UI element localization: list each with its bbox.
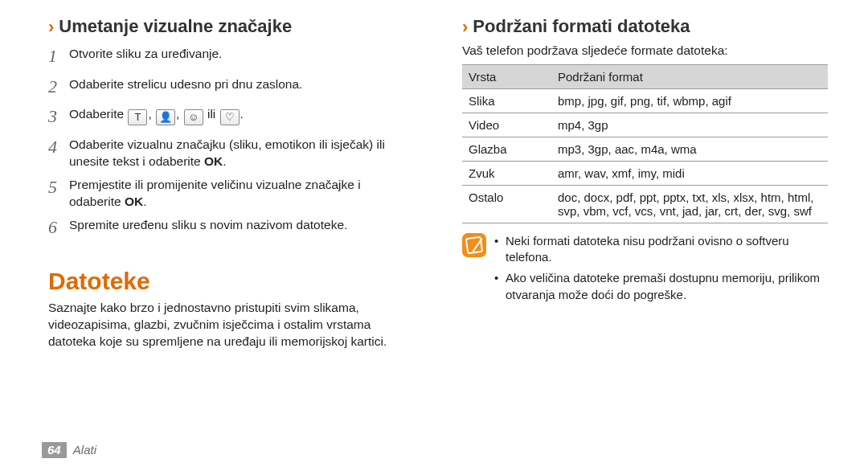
footer-section: Alati: [73, 443, 96, 457]
cell-type: Video: [462, 113, 551, 137]
supported-formats-heading: ›Podržani formati datoteka: [462, 16, 828, 38]
page-footer: 64 Alati: [42, 442, 96, 458]
note-item: Ako veličina datoteke premaši dostupnu m…: [494, 270, 828, 308]
page-number: 64: [42, 442, 67, 458]
table-row: Slikabmp, jpg, gif, png, tif, wbmp, agif: [462, 88, 828, 113]
cell-type: Glazba: [462, 137, 551, 161]
chevron-icon: ›: [48, 17, 54, 37]
cell-type: Ostalo: [462, 185, 551, 223]
note-list: Neki formati datoteka nisu podržani ovis…: [494, 233, 828, 308]
supported-formats-intro: Vaš telefon podržava sljedeće formate da…: [462, 43, 828, 59]
step-4: Odaberite vizualnu značajku (sliku, emot…: [48, 133, 414, 174]
cell-type: Zvuk: [462, 161, 551, 185]
steps-list: Otvorite sliku za uređivanje. Odaberite …: [48, 43, 414, 244]
cell-format: amr, wav, xmf, imy, midi: [551, 161, 828, 185]
files-heading: Datoteke: [48, 268, 414, 295]
files-intro-text: Saznajte kako brzo i jednostavno pristup…: [48, 300, 414, 350]
left-column: ›Umetanje vizualne značajke Otvorite sli…: [48, 16, 414, 418]
chevron-icon: ›: [462, 17, 468, 37]
step-2: Odaberite strelicu udesno pri dnu zaslon…: [48, 73, 414, 104]
cell-format: mp3, 3gp, aac, m4a, wma: [551, 137, 828, 161]
cell-format: doc, docx, pdf, ppt, pptx, txt, xls, xls…: [551, 185, 828, 223]
right-column: ›Podržani formati datoteka Vaš telefon p…: [462, 16, 828, 418]
note-block: Neki formati datoteka nisu podržani ovis…: [462, 233, 828, 308]
step-6: Spremite uređenu sliku s novim nazivom d…: [48, 214, 414, 244]
cell-format: bmp, jpg, gif, png, tif, wbmp, agif: [551, 88, 828, 113]
table-row: Videomp4, 3gp: [462, 113, 828, 137]
emoticon-tool-icon: ☺: [184, 109, 203, 125]
step-3: Odaberite T, 👤, ☺ ili ♡.: [48, 103, 414, 133]
cell-format: mp4, 3gp: [551, 113, 828, 137]
table-row: Glazbamp3, 3gp, aac, m4a, wma: [462, 137, 828, 161]
step-5: Premjestite ili promijenite veličinu viz…: [48, 174, 414, 214]
col-format: Podržani format: [551, 64, 828, 88]
clipart-tool-icon: 👤: [156, 109, 175, 125]
step-1: Otvorite sliku za uređivanje.: [48, 43, 414, 73]
text-tool-icon: T: [128, 109, 147, 125]
col-type: Vrsta: [462, 64, 551, 88]
formats-table: Vrsta Podržani format Slikabmp, jpg, gif…: [462, 64, 828, 223]
insert-visual-feature-heading: ›Umetanje vizualne značajke: [48, 16, 414, 38]
table-row: Zvukamr, wav, xmf, imy, midi: [462, 161, 828, 185]
note-icon: [462, 233, 486, 257]
cell-type: Slika: [462, 88, 551, 113]
note-item: Neki formati datoteka nisu podržani ovis…: [494, 233, 828, 271]
heart-tool-icon: ♡: [220, 109, 240, 125]
table-header-row: Vrsta Podržani format: [462, 64, 828, 88]
table-row: Ostalodoc, docx, pdf, ppt, pptx, txt, xl…: [462, 185, 828, 223]
